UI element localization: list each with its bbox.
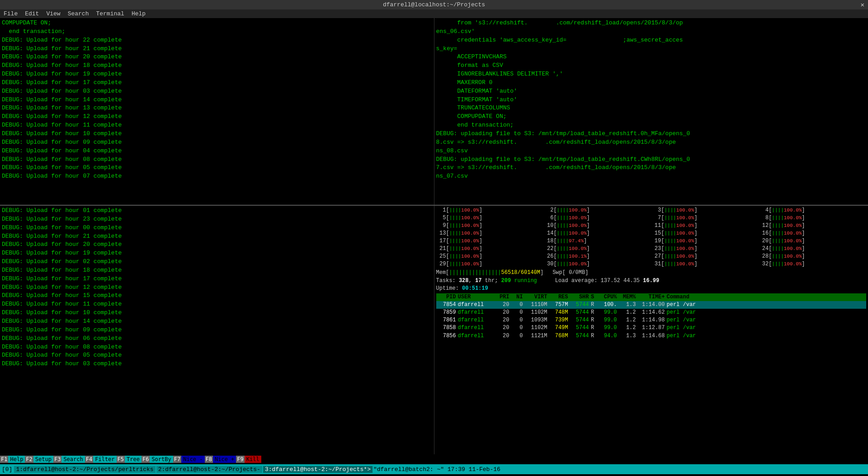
process-row-1: 7859 dfarrell 20 0 1102M 748M 5744 R 99.… (436, 309, 867, 316)
left-top-pane: COMPUPDATE ON; end transaction; DEBUG: U… (0, 18, 434, 205)
htop-table-header: PID USER PRI NI VIRT RES SHR S CPU% MEM%… (436, 293, 867, 301)
menu-view[interactable]: View (46, 10, 60, 17)
title-bar: dfarrell@localhost:~/Projects ✕ (0, 0, 868, 9)
status-bar: [0]1:dfarrell@host-2:~/Projects/perltric… (0, 464, 868, 474)
status-indicator: 1:dfarrell@host-2:~/Projects/perltricks2… (14, 466, 500, 473)
cpu-row-27: 27 [||||100.0%] (651, 253, 759, 260)
cpu-row- 3: 3 [||||100.0%] (651, 207, 759, 214)
top-row: COMPUPDATE ON; end transaction; DEBUG: U… (0, 18, 868, 206)
cpu-row-11: 11 [||||100.0%] (651, 222, 759, 230)
fn-key-F5[interactable]: F5Tree (117, 456, 142, 463)
fn-key-F6[interactable]: F6SortBy (142, 456, 173, 463)
process-row-2: 7861 dfarrell 20 0 1093M 739M 5744 R 99.… (436, 316, 867, 324)
process-row-4: 7856 dfarrell 20 0 1121M 768M 5744 R 94.… (436, 332, 867, 340)
process-row-0: 7854 dfarrell 20 0 1110M 757M 5744 R 100… (436, 301, 867, 309)
cpu-row-12: 12 [||||100.0%] (759, 222, 866, 230)
right-top-terminal[interactable]: from 's3://redshift. .com/redshift_load/… (434, 18, 868, 205)
cpu-row-17: 17 [||||100.0%] (436, 237, 544, 245)
status-tab-2[interactable]: 3:dfarrell@host-2:~/Projects*> (263, 466, 373, 473)
cpu-row- 1: 1 [||||100.0%] (436, 207, 544, 214)
left-bottom-pane: DEBUG: Upload for hour 01 complete DEBUG… (0, 206, 434, 454)
menu-bar: File Edit View Search Terminal Help (0, 9, 868, 18)
cpu-row- 6: 6 [||||100.0%] (543, 214, 651, 222)
fn-key-F8[interactable]: F8Nice + (205, 456, 236, 463)
cpu-row-16: 16 [||||100.0%] (759, 230, 866, 237)
function-bar: F1Help F2Setup F3Search F4Filter F5Tree … (0, 454, 868, 464)
status-right: "dfarrell@batch2: ~" 17:39 11-Feb-16 (373, 466, 500, 473)
right-top-pane: from 's3://redshift. .com/redshift_load/… (434, 18, 868, 205)
cpu-row- 5: 5 [||||100.0%] (436, 214, 544, 222)
fn-key-F4[interactable]: F4Filter (85, 456, 117, 463)
cpu-row- 7: 7 [||||100.0%] (651, 214, 759, 222)
menu-file[interactable]: File (4, 10, 18, 17)
cpu-row-18: 18 [||||97.4%] (543, 237, 651, 245)
load-info: Load average: 137.52 44.35 16.99 (555, 277, 659, 285)
window-title: dfarrell@localhost:~/Projects (383, 1, 485, 8)
cpu-row-20: 20 [||||100.0%] (759, 237, 866, 245)
cpu-row-29: 29 [||||100.0%] (436, 260, 544, 268)
cpu-row-24: 24 [||||100.0%] (759, 245, 866, 253)
cpu-row-32: 32 [||||100.0%] (759, 260, 866, 268)
cpu-row-23: 23 [||||100.0%] (651, 245, 759, 253)
bottom-row: DEBUG: Upload for hour 01 complete DEBUG… (0, 206, 868, 454)
right-bottom-pane: 1 [||||100.0%] 2 [||||100.0%] 3 [||||100… (434, 206, 868, 454)
cpu-row-28: 28 [||||100.0%] (759, 253, 866, 260)
cpu-row-22: 22 [||||100.0%] (543, 245, 651, 253)
menu-terminal[interactable]: Terminal (96, 10, 124, 17)
cpu-row-30: 30 [||||100.0%] (543, 260, 651, 268)
htop-container[interactable]: 1 [||||100.0%] 2 [||||100.0%] 3 [||||100… (434, 206, 868, 341)
left-bottom-terminal[interactable]: DEBUG: Upload for hour 01 complete DEBUG… (0, 206, 434, 454)
cpu-row-25: 25 [||||100.0%] (436, 253, 544, 260)
cpu-row- 2: 2 [||||100.0%] (543, 207, 651, 214)
cpu-row-15: 15 [||||100.0%] (651, 230, 759, 237)
left-top-terminal[interactable]: COMPUPDATE ON; end transaction; DEBUG: U… (0, 18, 434, 205)
fn-key-F7[interactable]: F7Nice - (173, 456, 205, 463)
uptime-info: Uptime: 00:51:19 (436, 285, 867, 292)
fn-key-F2[interactable]: F2Setup (25, 456, 53, 463)
tasks-info: Tasks: 328, 17 thr; 209 running (436, 277, 537, 285)
status-bracket: [0] (2, 466, 12, 473)
cpu-row-31: 31 [||||100.0%] (651, 260, 759, 268)
cpu-row- 8: 8 [||||100.0%] (759, 214, 866, 222)
mem-row: Mem[||||||||||||||||56518/60140M] Swp[ 0… (436, 269, 867, 277)
fn-key-F9[interactable]: F9Kill (236, 456, 261, 463)
close-button[interactable]: ✕ (861, 1, 864, 9)
process-row-3: 7858 dfarrell 20 0 1102M 749M 5744 R 99.… (436, 324, 867, 332)
fn-key-F1[interactable]: F1Help (0, 456, 25, 463)
cpu-row- 9: 9 [||||100.0%] (436, 222, 544, 230)
cpu-row- 4: 4 [||||100.0%] (759, 207, 866, 214)
status-tab-1[interactable]: 2:dfarrell@host-2:~/Projects- (156, 466, 262, 473)
cpu-row-10: 10 [||||100.0%] (543, 222, 651, 230)
cpu-row-13: 13 [||||100.0%] (436, 230, 544, 237)
menu-search[interactable]: Search (68, 10, 89, 17)
menu-help[interactable]: Help (132, 10, 146, 17)
cpu-row-26: 26 [||||100.1%] (543, 253, 651, 260)
cpu-row-19: 19 [||||100.0%] (651, 237, 759, 245)
status-tab-0[interactable]: 1:dfarrell@host-2:~/Projects/perltricks (14, 466, 155, 473)
menu-edit[interactable]: Edit (25, 10, 39, 17)
cpu-row-21: 21 [||||100.0%] (436, 245, 544, 253)
fn-key-F3[interactable]: F3Search (53, 456, 85, 463)
cpu-row-14: 14 [||||100.0%] (543, 230, 651, 237)
